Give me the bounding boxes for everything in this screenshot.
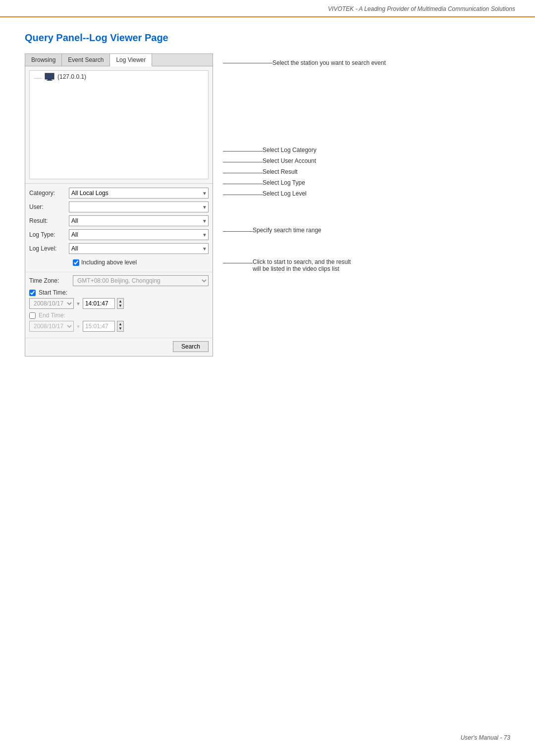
category-select[interactable]: All Local Logs xyxy=(69,188,208,198)
panel-section: Browsing Event Search Log Viewer .......… xyxy=(25,53,510,356)
start-time-label: Start Time: xyxy=(39,289,67,296)
category-label: Category: xyxy=(29,190,69,197)
page-header: VIVOTEK - A Leading Provider of Multimed… xyxy=(0,0,535,17)
search-annotation: Click to start to search, and the result… xyxy=(223,258,386,272)
category-select-wrapper[interactable]: All Local Logs ▼ xyxy=(69,188,209,199)
result-label: Result: xyxy=(29,217,69,224)
start-date-arrow: ▼ xyxy=(76,301,81,306)
result-row: Result: All ▼ xyxy=(29,215,209,226)
svg-rect-0 xyxy=(45,73,54,79)
start-time-checkbox-row: Start Time: xyxy=(29,289,209,296)
tab-log-viewer[interactable]: Log Viewer xyxy=(110,54,152,66)
category-annotation: Select Log Category xyxy=(223,147,386,153)
time-range-annotation: Specify search time range xyxy=(223,227,386,234)
brand-text: VIVOTEK - A Leading Provider of Multimed… xyxy=(328,5,515,12)
log-level-select[interactable]: All xyxy=(69,244,208,253)
monitor-icon xyxy=(45,73,54,81)
log-level-annotation: Select Log Level xyxy=(223,190,386,197)
footer-text: User's Manual - 73 xyxy=(461,734,510,741)
start-date-select[interactable]: 2008/10/17 xyxy=(29,298,74,309)
log-level-row: Log Level: All ▼ xyxy=(29,243,209,254)
time-range-ann-text: Specify search time range xyxy=(253,227,321,234)
timezone-section: Time Zone: GMT+08:00 Beijing, Chongqing … xyxy=(25,272,213,338)
result-select[interactable]: All xyxy=(69,216,208,226)
log-type-row: Log Type: All ▼ xyxy=(29,229,209,240)
svg-rect-1 xyxy=(48,79,52,80)
start-time-inputs: 2008/10/17 ▼ ▲ ▼ xyxy=(29,298,209,309)
log-level-label: Log Level: xyxy=(29,245,69,252)
timezone-select[interactable]: GMT+08:00 Beijing, Chongqing xyxy=(73,275,209,286)
svg-rect-2 xyxy=(47,80,53,81)
user-label: User: xyxy=(29,203,69,210)
main-content: Query Panel--Log Viewer Page Browsing Ev… xyxy=(0,17,535,376)
including-row: Including above level xyxy=(29,257,209,268)
result-ann-text: Select Result xyxy=(263,168,298,175)
ui-panel: Browsing Event Search Log Viewer .......… xyxy=(25,53,213,356)
user-select-wrapper[interactable]: ▼ xyxy=(69,202,209,212)
log-type-label: Log Type: xyxy=(29,231,69,238)
end-time-checkbox[interactable] xyxy=(29,312,36,319)
result-select-wrapper[interactable]: All ▼ xyxy=(69,215,209,226)
page-title: Query Panel--Log Viewer Page xyxy=(25,32,510,44)
including-label: Including above level xyxy=(81,259,137,266)
end-date-select[interactable]: 2008/10/17 xyxy=(29,321,74,332)
start-time-input[interactable] xyxy=(83,298,115,309)
log-level-select-wrapper[interactable]: All ▼ xyxy=(69,243,209,254)
station-ann-hline xyxy=(223,63,272,63)
end-time-label: End Time: xyxy=(39,312,65,319)
search-btn-row: Search xyxy=(25,338,213,356)
form-section: Category: All Local Logs ▼ User: xyxy=(25,183,213,272)
station-item[interactable]: ......... (127.0.0.1) xyxy=(30,71,208,83)
including-checkbox[interactable] xyxy=(73,259,79,266)
log-level-ann-text: Select Log Level xyxy=(263,190,307,197)
station-tree[interactable]: ......... (127.0.0.1) xyxy=(29,70,209,179)
search-ann-text: Click to start to search, and the result… xyxy=(253,258,351,272)
station-ann-text: Select the station you want to search ev… xyxy=(272,58,386,67)
category-ann-text: Select Log Category xyxy=(263,147,317,153)
log-type-ann-text: Select Log Type xyxy=(263,179,305,186)
category-row: Category: All Local Logs ▼ xyxy=(29,188,209,199)
user-select[interactable] xyxy=(69,202,208,212)
log-type-annotation: Select Log Type xyxy=(223,179,386,186)
tab-event-search[interactable]: Event Search xyxy=(62,54,110,66)
user-row: User: ▼ xyxy=(29,202,209,212)
timezone-row: Time Zone: GMT+08:00 Beijing, Chongqing xyxy=(29,275,209,286)
tab-browsing[interactable]: Browsing xyxy=(25,54,62,66)
end-time-spinner[interactable]: ▲ ▼ xyxy=(117,321,124,332)
annotations-column: Select the station you want to search ev… xyxy=(223,53,386,272)
start-time-checkbox[interactable] xyxy=(29,290,36,296)
station-ip: (127.0.0.1) xyxy=(57,73,86,80)
tab-bar: Browsing Event Search Log Viewer xyxy=(25,54,213,66)
tree-dots: ......... xyxy=(34,74,42,80)
footer: User's Manual - 73 xyxy=(461,734,510,741)
log-type-select-wrapper[interactable]: All ▼ xyxy=(69,229,209,240)
end-time-inputs: 2008/10/17 ▼ ▲ ▼ xyxy=(29,321,209,332)
station-annotation: Select the station you want to search ev… xyxy=(223,58,386,67)
end-date-arrow: ▼ xyxy=(76,324,81,329)
station-ann-line: Select the station you want to search ev… xyxy=(223,58,386,67)
end-time-input[interactable] xyxy=(83,321,115,332)
result-annotation: Select Result xyxy=(223,168,386,175)
user-ann-text: Select User Account xyxy=(263,157,316,164)
start-time-spinner[interactable]: ▲ ▼ xyxy=(117,298,124,309)
end-time-checkbox-row: End Time: xyxy=(29,312,209,319)
search-button[interactable]: Search xyxy=(173,341,209,352)
log-type-select[interactable]: All xyxy=(69,230,208,240)
timezone-label: Time Zone: xyxy=(29,277,69,284)
user-annotation: Select User Account xyxy=(223,157,386,164)
